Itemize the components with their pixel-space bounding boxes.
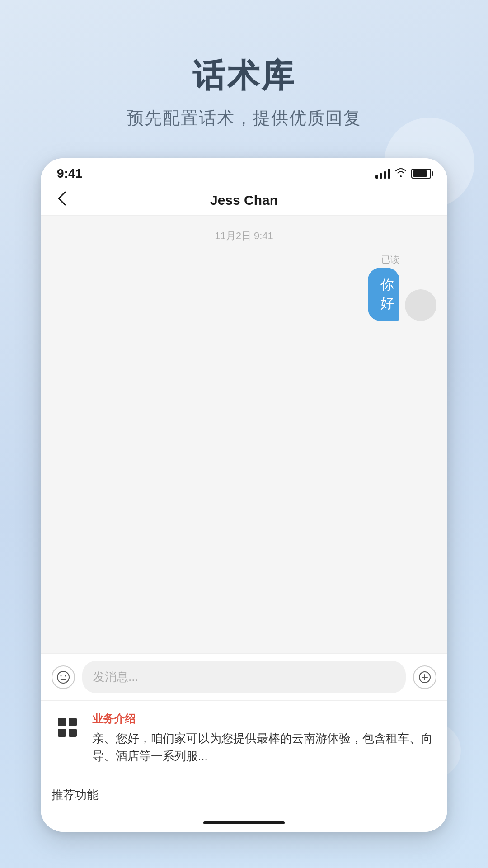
status-icons <box>375 167 431 180</box>
script-item-1[interactable]: 业务介绍 亲、您好，咱们家可以为您提供最棒的云南游体验，包含租车、向导、酒店等一… <box>41 701 447 776</box>
input-area: 发消息... <box>41 653 447 700</box>
add-button[interactable] <box>413 665 436 689</box>
nav-bar: Jess Chan <box>41 185 447 216</box>
script-panel: 业务介绍 亲、您好，咱们家可以为您提供最棒的云南游体验，包含租车、向导、酒店等一… <box>41 700 447 814</box>
svg-point-0 <box>57 671 69 683</box>
script-content-1: 业务介绍 亲、您好，咱们家可以为您提供最棒的云南游体验，包含租车、向导、酒店等一… <box>92 712 436 765</box>
wifi-icon <box>395 167 407 180</box>
signal-icon <box>375 169 390 179</box>
signal-bar-2 <box>380 173 382 179</box>
home-indicator <box>41 814 447 832</box>
svg-rect-8 <box>58 718 66 726</box>
page-title: 话术库 <box>0 54 488 98</box>
message-row: 已读 你好 <box>52 254 436 321</box>
svg-rect-10 <box>58 729 66 737</box>
read-status: 已读 <box>381 254 399 266</box>
emoji-button[interactable] <box>52 665 75 689</box>
phone-mockup: 9:41 <box>41 158 447 832</box>
svg-rect-11 <box>69 729 77 737</box>
signal-bar-3 <box>384 171 386 179</box>
home-bar <box>203 821 285 824</box>
message-input[interactable]: 发消息... <box>82 661 406 693</box>
chat-area: 11月2日 9:41 已读 你好 <box>41 216 447 653</box>
status-time: 9:41 <box>57 166 82 181</box>
user-avatar <box>405 289 436 321</box>
signal-bar-1 <box>375 175 378 179</box>
message-meta: 已读 你好 <box>347 254 399 321</box>
chat-messages: 11月2日 9:41 已读 你好 <box>41 216 447 653</box>
svg-rect-9 <box>69 718 77 726</box>
script-text-1: 亲、您好，咱们家可以为您提供最棒的云南游体验，包含租车、向导、酒店等一系列服..… <box>92 730 436 765</box>
message-input-placeholder: 发消息... <box>93 670 138 684</box>
svg-point-4 <box>66 675 66 676</box>
signal-bar-4 <box>388 169 390 179</box>
apps-grid-icon <box>52 712 83 743</box>
script-tag-1: 业务介绍 <box>92 712 436 726</box>
recommended-features-label: 推荐功能 <box>52 787 99 803</box>
battery-fill <box>413 170 427 177</box>
chat-contact-name: Jess Chan <box>210 193 278 208</box>
status-bar: 9:41 <box>41 158 447 185</box>
back-button[interactable] <box>57 190 67 210</box>
message-bubble: 你好 <box>368 268 399 321</box>
battery-icon <box>411 169 431 179</box>
svg-point-3 <box>61 675 61 676</box>
script-item-2[interactable]: 推荐功能 <box>41 776 447 814</box>
message-timestamp: 11月2日 9:41 <box>52 229 436 243</box>
